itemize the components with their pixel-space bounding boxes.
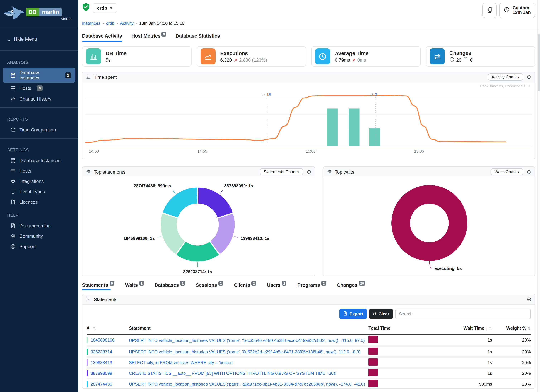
time-range-button[interactable]: Custom 13th Jan (499, 3, 535, 18)
scrollbar-thumb[interactable] (538, 34, 540, 91)
metric-card-executions[interactable]: Executions6,320↗2,830 (123%) (197, 46, 306, 67)
change-marker-count: 8 (269, 92, 271, 96)
tab-host-metrics[interactable]: Host Metrics0 (131, 33, 166, 42)
tab-database-statistics[interactable]: Database Statistics (176, 33, 220, 42)
change-marker-icon[interactable]: ⇄ (262, 92, 265, 97)
count-badge: 5 (110, 281, 115, 286)
scrollbar[interactable] (537, 0, 540, 392)
sidebar-item-time-comparison[interactable]: Time Comparison (3, 124, 75, 135)
statement-id-link[interactable]: 887898099 (91, 371, 112, 376)
metric-card-db-time[interactable]: DB Time5s (82, 46, 192, 67)
card-title: Average Time (335, 50, 369, 57)
top-waits-chart[interactable]: executing: 5s (323, 177, 535, 276)
main-content: crdb ▼ (78, 0, 540, 392)
activity-chart-selector[interactable]: Activity Chart ▼ (488, 73, 523, 80)
donut-slice[interactable] (162, 187, 197, 218)
waits-chart-selector[interactable]: Waits Chart ▼ (491, 168, 523, 175)
time-spent-chart[interactable]: ⇄18⇄214:5014:5515:0015:05Peak Time: 2s, … (82, 82, 535, 159)
total-time-bar (369, 336, 378, 343)
collapse-panel-icon[interactable]: ⊖ (527, 169, 531, 174)
support-icon (10, 243, 16, 249)
sidebar-item-label: Licences (19, 199, 38, 205)
sidebar-item-database-instances[interactable]: Database Instances (3, 155, 75, 165)
statement-link[interactable]: UPSERT INTO vehicle_location_histories V… (129, 382, 365, 387)
statement-id-link[interactable]: 287474436 (91, 382, 112, 387)
database-icon (10, 158, 16, 163)
collapse-panel-icon[interactable]: ⊖ (527, 74, 531, 79)
tab-statements[interactable]: Statements5 (82, 283, 114, 290)
statement-id-link[interactable]: 326238714 (91, 349, 112, 354)
breadcrumb-item[interactable]: Instances (82, 21, 100, 26)
sidebar-item-licences[interactable]: Licences (3, 197, 75, 207)
donut-slice[interactable] (401, 194, 458, 252)
series-color-chip (87, 349, 88, 355)
tab-database-activity[interactable]: Database Activity (82, 33, 122, 42)
metric-card-changes[interactable]: ⇄Changes200 (426, 46, 535, 67)
activity-bar[interactable] (349, 109, 360, 146)
sidebar-item-label: Change History (19, 96, 51, 101)
donut-label: executing: 5s (434, 266, 462, 271)
statement-link[interactable]: CREATE STATISTICS __auto__ FROM [63] WIT… (129, 371, 336, 376)
collapse-panel-icon[interactable]: ⊖ (307, 169, 311, 174)
swap-icon: ⇄ (430, 48, 445, 65)
sidebar-item-database-instances[interactable]: Database Instances1 (3, 68, 75, 83)
sidebar-item-support[interactable]: Support (3, 241, 75, 251)
logo[interactable]: DB marlin Starter (0, 0, 78, 24)
export-button[interactable]: Export (340, 309, 367, 319)
search-input[interactable] (395, 309, 531, 319)
statement-link[interactable]: UPSERT INTO vehicle_location_histories V… (129, 350, 360, 355)
statements-chart-selector[interactable]: Statements Chart ▼ (260, 168, 303, 175)
column-header--[interactable]: #⇅ (87, 326, 129, 331)
tab-programs[interactable]: Programs2 (297, 283, 326, 290)
statement-id-link[interactable]: 139638413 (91, 360, 112, 365)
donut-label-leader (234, 236, 238, 238)
x-axis-label: 15:00 (306, 149, 316, 154)
sidebar-item-integrations[interactable]: Integrations (3, 176, 75, 186)
statement-list-icon (86, 296, 91, 302)
tab-databases[interactable]: Databases1 (155, 283, 185, 290)
activity-bar[interactable] (369, 128, 380, 146)
top-statements-chart[interactable]: 887898099: 1s139638413: 1s326238714: 1s1… (82, 177, 315, 276)
clear-button[interactable]: ↺ Clear (369, 309, 393, 319)
total-time-cell (369, 347, 458, 356)
hide-menu-button[interactable]: « Hide Menu (0, 31, 78, 47)
total-time-cell (369, 380, 458, 388)
top-statements-panel-header: Top statements Statements Chart ▼ ⊖ (82, 167, 315, 177)
column-header-weight-[interactable]: Weight %⇅ (492, 326, 531, 331)
donut-slice[interactable] (198, 187, 233, 218)
statement-link[interactable]: UPSERT INTO vehicle_location_histories V… (129, 338, 365, 343)
copy-link-button[interactable] (483, 3, 497, 18)
trend-icon (200, 48, 215, 65)
tab-changes[interactable]: Changes20 (337, 283, 365, 290)
change-marker-count: 1 (267, 92, 269, 96)
breadcrumb-item[interactable]: Activity (120, 21, 134, 26)
metric-card-average-time[interactable]: Average Time0.79ms↗0ms (311, 46, 421, 67)
column-header-wait-time[interactable]: Wait Time↑⇅ (458, 326, 492, 331)
sidebar-item-change-history[interactable]: ⇄Change History (3, 94, 75, 104)
clock-icon (504, 7, 510, 14)
sidebar-section-label: REPORTS (0, 111, 78, 124)
weight-cell: 20% (492, 337, 531, 342)
statement-link[interactable]: SELECT city, id FROM vehicles WHERE city… (129, 360, 234, 365)
sidebar-item-hosts[interactable]: Hosts (3, 166, 75, 176)
sidebar-item-event-types[interactable]: Event Types (3, 187, 75, 197)
count-badge: 2 (252, 281, 256, 286)
sidebar-section-label: HELP (0, 207, 78, 220)
tab-clients[interactable]: Clients2 (234, 283, 256, 290)
change-marker-icon[interactable]: ⇄ (370, 92, 373, 97)
tab-sessions[interactable]: Sessions2 (196, 283, 223, 290)
sidebar-section-label: ANALYSIS (0, 55, 78, 67)
breadcrumb-item[interactable]: crdb (106, 21, 115, 26)
tab-users[interactable]: Users2 (267, 283, 287, 290)
sidebar-item-documentation[interactable]: Documentation (3, 221, 75, 231)
card-title: Executions (220, 50, 267, 57)
tab-waits[interactable]: Waits1 (125, 283, 144, 290)
sidebar-item-hosts[interactable]: Hosts0 (3, 83, 75, 94)
db-time-line[interactable] (85, 95, 506, 143)
statement-id-link[interactable]: 1845898166 (91, 337, 115, 342)
collapse-panel-icon[interactable]: ⊖ (527, 297, 531, 302)
sidebar-item-community[interactable]: Community (3, 231, 75, 241)
copy-icon (487, 7, 493, 14)
instance-selector[interactable]: crdb ▼ (93, 3, 117, 13)
activity-bar[interactable] (327, 109, 338, 146)
